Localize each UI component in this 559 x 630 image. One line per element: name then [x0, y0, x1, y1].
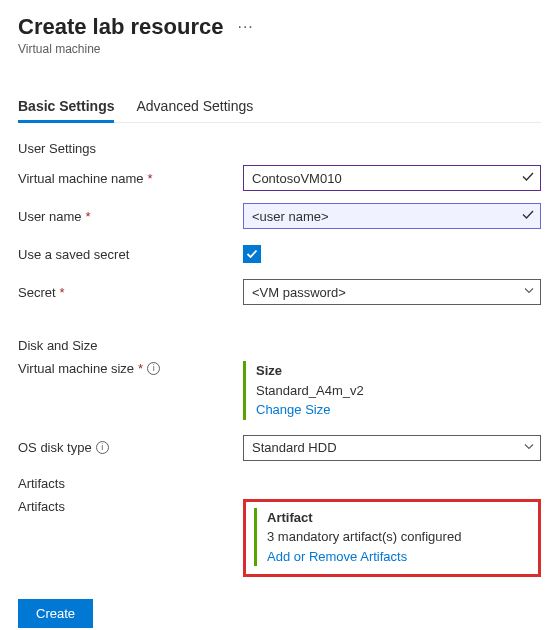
info-icon[interactable]: i [147, 362, 160, 375]
vm-name-label: Virtual machine name* [18, 171, 243, 186]
artifacts-heading: Artifact [267, 508, 461, 528]
section-user-settings: User Settings [18, 141, 541, 156]
secret-input[interactable] [243, 279, 541, 305]
accent-bar [254, 508, 257, 567]
saved-secret-checkbox[interactable] [243, 245, 261, 263]
vm-name-input[interactable] [243, 165, 541, 191]
saved-secret-label: Use a saved secret [18, 247, 243, 262]
more-actions-icon[interactable]: ··· [237, 18, 253, 36]
add-remove-artifacts-link[interactable]: Add or Remove Artifacts [267, 547, 461, 567]
change-size-link[interactable]: Change Size [256, 400, 364, 420]
secret-label: Secret* [18, 285, 243, 300]
vm-size-value: Standard_A4m_v2 [256, 381, 364, 401]
tab-basic-settings[interactable]: Basic Settings [18, 92, 114, 122]
tab-advanced-settings[interactable]: Advanced Settings [136, 92, 253, 122]
info-icon[interactable]: i [96, 441, 109, 454]
page-subtitle: Virtual machine [18, 42, 541, 56]
section-artifacts: Artifacts [18, 476, 541, 491]
vm-size-label: Virtual machine size* i [18, 361, 243, 376]
os-disk-select[interactable] [243, 435, 541, 461]
tabs: Basic Settings Advanced Settings [18, 92, 541, 123]
accent-bar [243, 361, 246, 420]
user-name-label: User name* [18, 209, 243, 224]
create-button[interactable]: Create [18, 599, 93, 628]
artifacts-summary: 3 mandatory artifact(s) configured [267, 527, 461, 547]
section-disk-and-size: Disk and Size [18, 338, 541, 353]
artifacts-highlight-box: Artifact 3 mandatory artifact(s) configu… [243, 499, 541, 578]
artifacts-label: Artifacts [18, 499, 243, 514]
os-disk-label: OS disk type i [18, 440, 243, 455]
page-title: Create lab resource [18, 14, 223, 40]
user-name-input[interactable] [243, 203, 541, 229]
vm-size-heading: Size [256, 361, 364, 381]
